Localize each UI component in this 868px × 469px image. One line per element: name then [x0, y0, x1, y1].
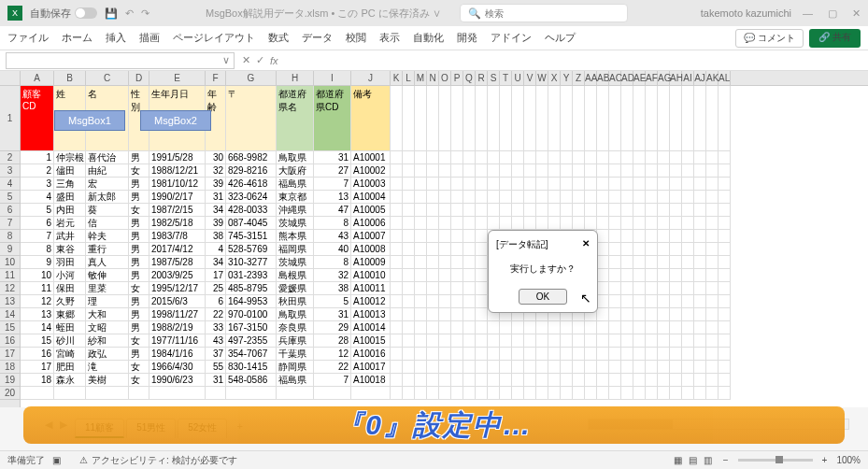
cell[interactable] — [658, 151, 670, 164]
cell[interactable]: 茨城県 — [277, 217, 314, 230]
cell[interactable] — [536, 348, 548, 361]
cell[interactable] — [719, 387, 731, 400]
cell[interactable]: A10013 — [351, 308, 391, 321]
cell[interactable] — [427, 151, 439, 164]
cell[interactable]: A10008 — [351, 243, 391, 256]
cell[interactable] — [415, 230, 427, 243]
cell[interactable] — [21, 387, 54, 400]
cell[interactable]: 羽田 — [54, 256, 86, 269]
cell[interactable]: 528-5769 — [226, 243, 277, 256]
cell[interactable]: 女 — [129, 361, 149, 374]
cell[interactable] — [597, 230, 609, 243]
cell[interactable]: 32 — [206, 164, 226, 178]
cell[interactable] — [415, 282, 427, 295]
cell[interactable]: 34 — [206, 204, 226, 217]
cell[interactable] — [658, 348, 670, 361]
cell[interactable] — [500, 191, 512, 204]
cell[interactable]: 18 — [21, 374, 54, 387]
cell[interactable]: 7 — [314, 374, 351, 387]
cell[interactable] — [463, 334, 476, 348]
cell[interactable] — [391, 217, 403, 230]
cell[interactable] — [403, 217, 415, 230]
cells-area[interactable]: 顧客CD姓名性別生年月日年齢〒都道府県名都道府県CD備考1仲宗根喜代治男1991… — [21, 86, 731, 407]
cell[interactable] — [633, 321, 646, 334]
cell[interactable] — [694, 282, 706, 295]
cell[interactable]: 354-7067 — [226, 348, 277, 361]
cell[interactable]: A10004 — [351, 191, 391, 204]
cell[interactable]: 久野 — [54, 295, 86, 308]
cell[interactable] — [488, 321, 500, 334]
cell[interactable] — [524, 321, 536, 334]
cell[interactable] — [427, 387, 439, 400]
column-header-cell[interactable]: 都道府県名 — [277, 86, 314, 151]
cell[interactable] — [670, 282, 682, 295]
cell[interactable] — [536, 334, 548, 348]
cell[interactable] — [427, 295, 439, 308]
cell[interactable]: 8 — [314, 217, 351, 230]
cell[interactable] — [500, 334, 512, 348]
cell[interactable] — [524, 164, 536, 178]
cell[interactable] — [226, 387, 277, 400]
cell[interactable] — [391, 308, 403, 321]
cell[interactable] — [451, 295, 463, 308]
row-header[interactable]: 7 — [0, 217, 20, 230]
minimize-icon[interactable]: — — [803, 7, 813, 20]
dialog-ok-button[interactable]: OK — [519, 289, 567, 305]
save-icon[interactable]: 💾 — [105, 7, 118, 20]
cell[interactable] — [427, 191, 439, 204]
cell[interactable] — [415, 204, 427, 217]
cell[interactable]: 1 — [21, 151, 54, 164]
cell[interactable]: 6 — [21, 217, 54, 230]
cell[interactable] — [427, 374, 439, 387]
cell[interactable] — [86, 387, 129, 400]
cell[interactable] — [439, 217, 451, 230]
cell[interactable] — [573, 348, 585, 361]
cell[interactable]: 830-1415 — [226, 361, 277, 374]
cell[interactable] — [694, 243, 706, 256]
cell[interactable] — [694, 374, 706, 387]
cell[interactable] — [439, 164, 451, 178]
col-header[interactable]: AK — [706, 71, 719, 85]
cell[interactable]: 内田 — [54, 204, 86, 217]
cell[interactable] — [706, 164, 719, 178]
cell[interactable] — [391, 243, 403, 256]
cell[interactable] — [682, 204, 694, 217]
cell[interactable] — [609, 243, 621, 256]
cell[interactable] — [476, 361, 488, 374]
cell[interactable] — [682, 86, 694, 151]
tab-data[interactable]: データ — [302, 31, 333, 45]
cell[interactable] — [439, 321, 451, 334]
tab-automate[interactable]: 自動化 — [413, 31, 444, 45]
cell[interactable] — [488, 334, 500, 348]
cell[interactable]: 兵庫県 — [277, 334, 314, 348]
cell[interactable] — [706, 243, 719, 256]
cell[interactable] — [609, 151, 621, 164]
cell[interactable] — [561, 204, 573, 217]
cell[interactable] — [706, 308, 719, 321]
cell[interactable] — [524, 217, 536, 230]
maximize-icon[interactable]: ▢ — [828, 7, 837, 20]
cell[interactable] — [646, 86, 658, 151]
cell[interactable] — [524, 387, 536, 400]
cell[interactable] — [621, 217, 633, 230]
cell[interactable] — [403, 243, 415, 256]
cell[interactable]: 031-2393 — [226, 269, 277, 282]
undo-icon[interactable]: ↶ — [125, 7, 134, 20]
cell[interactable] — [719, 191, 731, 204]
cell[interactable]: 4 — [21, 191, 54, 204]
row-header[interactable]: 3 — [0, 164, 20, 178]
cell[interactable] — [706, 282, 719, 295]
cell[interactable] — [451, 164, 463, 178]
cell[interactable] — [427, 256, 439, 269]
cell[interactable] — [403, 321, 415, 334]
col-header[interactable]: H — [277, 71, 314, 85]
cell[interactable]: A10016 — [351, 348, 391, 361]
cell[interactable] — [694, 334, 706, 348]
cell[interactable] — [524, 178, 536, 191]
cell[interactable] — [573, 321, 585, 334]
cell[interactable] — [573, 191, 585, 204]
cell[interactable] — [609, 86, 621, 151]
cell[interactable] — [415, 164, 427, 178]
cell[interactable] — [403, 151, 415, 164]
col-header[interactable]: G — [226, 71, 277, 85]
